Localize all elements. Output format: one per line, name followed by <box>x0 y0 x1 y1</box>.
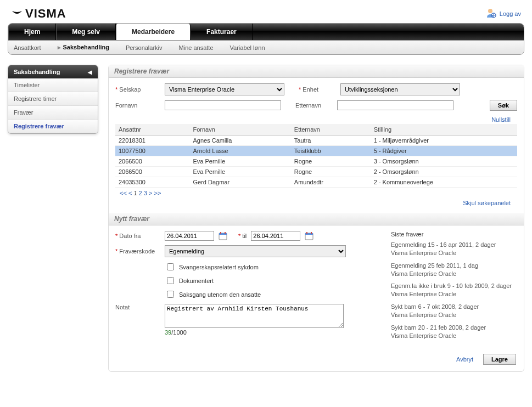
label-date-from: Dato fra <box>115 233 160 239</box>
section-title-new: Nytt fravær <box>109 213 524 225</box>
label-note: Notat <box>115 304 160 310</box>
tab-hjem[interactable]: Hjem <box>8 24 56 40</box>
logo-text: VISMA <box>25 7 66 21</box>
note-counter-current: 39 <box>165 329 171 336</box>
cb-dokumentert[interactable] <box>167 277 174 284</box>
sidebar: Saksbehandling ◀ Timelister Registrere t… <box>8 65 98 134</box>
note-counter-max: /1000 <box>171 329 187 336</box>
sidebar-item-timelister[interactable]: Timelister <box>8 78 98 92</box>
cb-saksgang-label: Saksgang utenom den ansatte <box>179 291 261 298</box>
save-button[interactable]: Lagre <box>483 354 516 365</box>
cancel-link[interactable]: Avbryt <box>456 356 473 363</box>
pager-first[interactable]: << <box>120 190 127 196</box>
section-title-search: Registrere fravær <box>109 65 524 78</box>
recent-item: Sykt barn 20 - 21 feb 2008, 2 dagerVisma… <box>391 324 517 340</box>
sidebar-item-registrere-fravaer[interactable]: Registrere fravær <box>8 120 98 133</box>
table-row[interactable]: 22018301Agnes CamillaTautra1 - Miljøvern… <box>115 135 517 146</box>
logoff-link[interactable]: Logg av <box>500 10 521 17</box>
subtab-ansattkort[interactable]: Ansattkort <box>14 44 41 51</box>
recent-item: Egenmelding 15 - 16 apr 2011, 2 dagerVis… <box>391 241 517 257</box>
calendar-icon-2[interactable] <box>305 231 313 240</box>
nav-wrap: Hjem Meg selv Medarbeidere Fakturaer Ans… <box>8 23 524 55</box>
page-header: VISMA Logg av <box>0 0 532 23</box>
input-date-from[interactable] <box>165 231 214 241</box>
result-table: Ansattnr Fornavn Etternavn Stilling 2201… <box>115 124 517 188</box>
select-enhet[interactable]: Utviklingsseksjonen <box>340 83 460 95</box>
sub-nav: Ansattkort ▸Saksbehandling Personalarkiv… <box>8 40 524 54</box>
tab-fakturaer[interactable]: Fakturaer <box>191 24 253 40</box>
subtab-mine-ansatte[interactable]: Mine ansatte <box>179 44 214 51</box>
svg-rect-8 <box>306 232 307 234</box>
cb-svangerskap-label: Svangerskapsrelatert sykdom <box>179 264 259 270</box>
calendar-icon[interactable] <box>219 231 227 240</box>
textarea-note[interactable] <box>165 304 344 328</box>
cb-svangerskap[interactable] <box>167 263 174 270</box>
logo: VISMA <box>11 7 66 21</box>
svg-rect-9 <box>311 232 312 234</box>
svg-rect-4 <box>220 232 221 234</box>
tab-meg-selv[interactable]: Meg selv <box>56 24 116 40</box>
svg-rect-5 <box>225 232 226 234</box>
input-fornavn[interactable] <box>165 100 281 110</box>
subtab-saksbehandling[interactable]: ▸Saksbehandling <box>58 44 109 51</box>
recent-title: Siste fravær <box>391 231 517 238</box>
col-etternavn[interactable]: Etternavn <box>291 124 371 135</box>
input-etternavn[interactable] <box>337 100 453 110</box>
pager-page-1[interactable]: 1 <box>133 190 137 196</box>
recent-item: Egenmelding 25 feb 2011, 1 dagVisma Ente… <box>391 262 517 278</box>
logoff-area: Logg av <box>485 8 521 20</box>
pager-last[interactable]: >> <box>154 190 161 196</box>
main-nav: Hjem Meg selv Medarbeidere Fakturaer <box>8 24 524 40</box>
label-selskap: Selskap <box>115 86 160 93</box>
label-etternavn: Etternavn <box>295 102 333 109</box>
sidebar-title: Saksbehandling ◀ <box>8 65 98 78</box>
pager-next[interactable]: > <box>149 190 152 196</box>
label-date-to: til <box>238 233 247 239</box>
cb-dokumentert-label: Dokumentert <box>179 278 214 284</box>
pager-page-3[interactable]: 3 <box>144 190 147 196</box>
subtab-variabel-lonn[interactable]: Variabel lønn <box>230 44 265 51</box>
pager: << < 1 2 3 > >> <box>115 188 517 199</box>
label-enhet: Enhet <box>299 86 336 93</box>
pager-prev[interactable]: < <box>128 190 132 196</box>
hide-search-panel-link[interactable]: Skjul søkepanelet <box>463 200 511 206</box>
pager-page-2[interactable]: 2 <box>139 190 142 196</box>
reset-link[interactable]: Nullstill <box>491 116 511 123</box>
search-button[interactable]: Søk <box>490 100 517 111</box>
sidebar-item-registrere-timer[interactable]: Registrere timer <box>8 92 98 106</box>
user-icon <box>485 8 496 20</box>
cb-saksgang[interactable] <box>167 291 174 298</box>
svg-point-0 <box>488 9 492 13</box>
col-ansattnr[interactable]: Ansattnr <box>115 124 189 135</box>
sidebar-item-fravaer[interactable]: Fravær <box>8 106 98 120</box>
new-absence-form: Dato fra til Fraværskode Egenmelding <box>109 225 524 349</box>
collapse-icon[interactable]: ◀ <box>88 69 92 75</box>
page-body: Saksbehandling ◀ Timelister Registrere t… <box>0 55 532 382</box>
label-code: Fraværskode <box>115 248 160 255</box>
tab-medarbeidere[interactable]: Medarbeidere <box>116 24 191 40</box>
table-row[interactable]: 24035300Gerd DagmarAmundsdtr2 - Kommuneo… <box>115 177 517 188</box>
table-row[interactable]: 2066500Eva PernilleRogne2 - Omsorgslønn <box>115 167 517 177</box>
table-row[interactable]: 10077500Arnold LasseTeistklubb5 - Rådgiv… <box>115 146 517 156</box>
select-code[interactable]: Egenmelding <box>165 245 346 257</box>
col-stilling[interactable]: Stilling <box>371 124 517 135</box>
subtab-personalarkiv[interactable]: Personalarkiv <box>126 44 163 51</box>
recent-item: Egenm.Ia ikke i bruk 9 - 10 feb 2009, 2 … <box>391 282 517 298</box>
input-date-to[interactable] <box>251 231 300 241</box>
logo-icon <box>11 9 23 19</box>
recent-item: Sykt barn 6 - 7 okt 2008, 2 dagerVisma E… <box>391 303 517 319</box>
col-fornavn[interactable]: Fornavn <box>189 124 290 135</box>
select-selskap[interactable]: Visma Enterprise Oracle <box>165 83 284 95</box>
content: Registrere fravær Selskap Visma Enterpri… <box>108 65 524 372</box>
chevron-right-icon: ▸ <box>58 44 61 50</box>
search-form: Selskap Visma Enterprise Oracle Enhet Ut… <box>109 78 524 213</box>
table-row[interactable]: 2066500Eva PernilleRogne3 - Omsorgslønn <box>115 156 517 167</box>
recent-absences: Siste fravær Egenmelding 15 - 16 apr 201… <box>391 231 517 344</box>
label-fornavn: Fornavn <box>115 102 160 109</box>
